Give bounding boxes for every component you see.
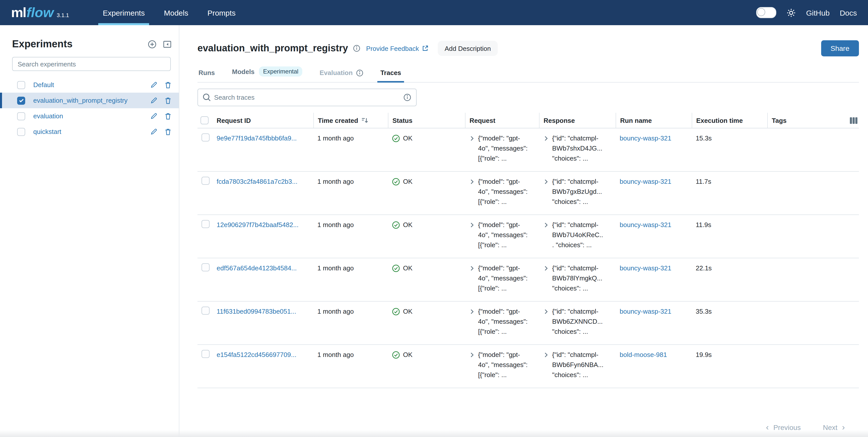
expand-chevron-icon[interactable] (543, 179, 549, 185)
run-name-link[interactable]: bouncy-wasp-321 (620, 133, 671, 143)
run-name-link[interactable]: bouncy-wasp-321 (620, 307, 671, 317)
expand-chevron-icon[interactable] (469, 179, 475, 185)
column-header-response[interactable]: Response (539, 113, 616, 128)
tab-label: Models (232, 68, 255, 75)
execution-time-cell: 35.3s (692, 302, 767, 344)
response-preview: {"id": "chatcmpl-BWb7shxD4JG... "choices… (552, 133, 603, 164)
response-preview: {"id": "chatcmpl-BWb6ZXNNCD... "choices"… (552, 307, 603, 337)
tab-label: Traces (380, 69, 401, 76)
theme-toggle[interactable] (756, 7, 776, 18)
share-button[interactable]: Share (821, 40, 859, 56)
row-checkbox[interactable] (202, 350, 210, 358)
expand-chevron-icon[interactable] (543, 265, 549, 271)
request-id-link[interactable]: 12e906297f7b42baaf5482... (217, 220, 299, 230)
search-info-icon[interactable] (404, 94, 411, 101)
status-value: OK (403, 133, 412, 143)
column-header-execution-time[interactable]: Execution time (692, 113, 767, 128)
expand-chevron-icon[interactable] (543, 135, 549, 141)
response-cell: {"id": "chatcmpl-BWb78lYmgkQ... "choices… (539, 258, 616, 301)
column-header-time-created[interactable]: Time created (313, 113, 388, 128)
run-name-cell: bouncy-wasp-321 (616, 302, 692, 344)
expand-chevron-icon[interactable] (543, 222, 549, 228)
experiment-name-link[interactable]: quickstart (33, 128, 142, 135)
add-description-button[interactable]: Add Description (437, 41, 498, 56)
run-name-link[interactable]: bouncy-wasp-321 (620, 263, 671, 273)
select-all-checkbox[interactable] (200, 116, 209, 124)
experiment-name-link[interactable]: evaluation_with_prompt_registry (33, 97, 142, 104)
row-checkbox[interactable] (202, 133, 210, 141)
github-link[interactable]: GitHub (806, 8, 830, 17)
request-id-link[interactable]: e154fa5122cd456697709... (217, 350, 297, 360)
collapse-sidebar-icon[interactable] (163, 39, 172, 48)
search-experiments-input[interactable] (12, 57, 171, 71)
experiment-item-evaluation[interactable]: evaluation (0, 108, 179, 124)
request-id-link[interactable]: 11f631bed0994783be051... (217, 307, 296, 317)
docs-link[interactable]: Docs (840, 8, 857, 17)
expand-chevron-icon[interactable] (469, 265, 475, 271)
theme-toggle-knob (757, 8, 765, 16)
experiment-name-link[interactable]: evaluation (33, 112, 142, 120)
experiment-checkbox[interactable] (17, 81, 25, 89)
request-cell: {"model": "gpt-4o", "messages": [{"role"… (465, 345, 539, 388)
request-cell: {"model": "gpt-4o", "messages": [{"role"… (465, 258, 539, 301)
tab-models[interactable]: Models Experimental (231, 66, 304, 82)
experiment-checkbox[interactable] (17, 128, 25, 136)
tab-traces[interactable]: Traces (379, 69, 402, 82)
delete-trash-icon[interactable] (164, 81, 172, 89)
row-checkbox[interactable] (202, 177, 210, 185)
request-id-link[interactable]: 9e9e77f19da745fbbb6fa9... (217, 133, 297, 143)
expand-chevron-icon[interactable] (469, 222, 475, 228)
delete-trash-icon[interactable] (164, 128, 172, 136)
experiment-name-link[interactable]: Default (33, 81, 142, 89)
expand-chevron-icon[interactable] (469, 135, 475, 141)
mlflow-logo[interactable]: mlflow 3.1.1 (11, 5, 69, 21)
provide-feedback-link[interactable]: Provide Feedback (366, 44, 429, 52)
edit-pencil-icon[interactable] (150, 128, 158, 135)
run-name-link[interactable]: bouncy-wasp-321 (620, 220, 671, 230)
expand-chevron-icon[interactable] (543, 352, 549, 358)
traces-table-header: Request ID Time created Status Request R… (197, 113, 859, 128)
experiment-item-evaluation-with-prompt-registry[interactable]: evaluation_with_prompt_registry (0, 93, 179, 108)
column-label: Request (469, 116, 495, 124)
columns-icon[interactable] (849, 116, 858, 124)
column-header-request[interactable]: Request (465, 113, 539, 128)
nav-item-prompts[interactable]: Prompts (198, 0, 245, 25)
column-header-status[interactable]: Status (388, 113, 465, 128)
row-checkbox[interactable] (202, 307, 210, 315)
new-experiment-icon[interactable] (148, 39, 157, 48)
execution-time-cell: 22.1s (692, 258, 767, 301)
edit-pencil-icon[interactable] (150, 81, 158, 89)
expand-chevron-icon[interactable] (543, 309, 549, 315)
experiment-checkbox[interactable] (17, 112, 25, 120)
delete-trash-icon[interactable] (164, 112, 172, 120)
row-checkbox[interactable] (202, 263, 210, 271)
edit-pencil-icon[interactable] (150, 112, 158, 120)
delete-trash-icon[interactable] (164, 96, 172, 104)
settings-gear-icon[interactable] (786, 8, 796, 18)
run-name-link[interactable]: bouncy-wasp-321 (620, 177, 671, 187)
request-id-link[interactable]: fcda7803c2fa4861a7c2b3... (217, 177, 298, 187)
edit-pencil-icon[interactable] (150, 97, 158, 104)
request-id-link[interactable]: edf567a654de4123b4584... (217, 263, 297, 273)
response-cell: {"id": "chatcmpl-BWb6Fyn6NBA... "choices… (539, 345, 616, 388)
request-preview: {"model": "gpt-4o", "messages": [{"role"… (478, 177, 529, 207)
column-header-request-id[interactable]: Request ID (217, 113, 313, 128)
expand-chevron-icon[interactable] (469, 309, 475, 315)
column-settings-cell (839, 113, 859, 128)
column-header-tags[interactable]: Tags (767, 113, 839, 128)
experiment-item-quickstart[interactable]: quickstart (0, 124, 179, 139)
row-checkbox[interactable] (202, 220, 210, 228)
experiment-checkbox[interactable] (17, 96, 25, 104)
row-select-cell (197, 128, 217, 171)
tab-evaluation[interactable]: Evaluation (319, 69, 365, 82)
nav-item-models[interactable]: Models (154, 0, 198, 25)
search-icon (203, 93, 211, 102)
search-traces-input[interactable] (197, 89, 416, 106)
column-header-run-name[interactable]: Run name (616, 113, 692, 128)
experiment-item-default[interactable]: Default (0, 77, 179, 93)
experiment-info-icon[interactable] (353, 45, 360, 52)
run-name-link[interactable]: bold-moose-981 (620, 350, 667, 360)
expand-chevron-icon[interactable] (469, 352, 475, 358)
nav-item-experiments[interactable]: Experiments (93, 0, 154, 25)
tab-runs[interactable]: Runs (197, 69, 216, 82)
